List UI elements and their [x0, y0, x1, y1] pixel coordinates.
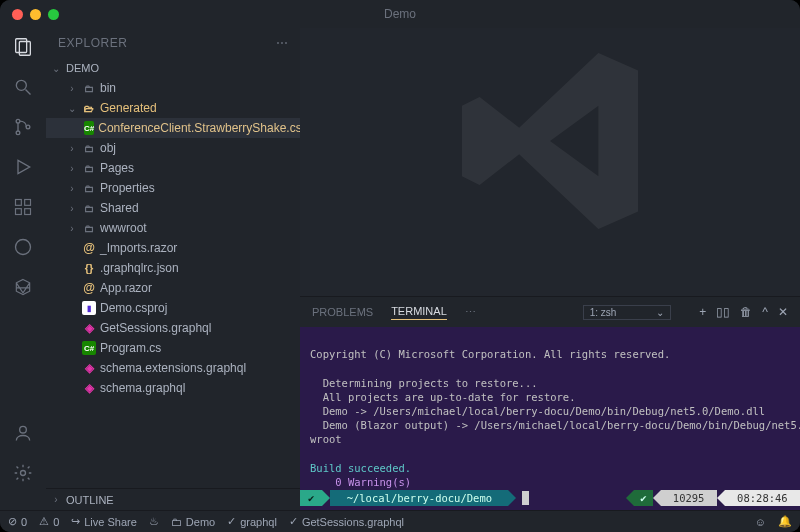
- status-errors[interactable]: ⊘ 0: [8, 515, 27, 528]
- terminal-selector[interactable]: 1: zsh⌄: [583, 305, 672, 320]
- search-icon[interactable]: [12, 76, 34, 98]
- prompt-right-num: 10295: [661, 490, 717, 506]
- sidebar: EXPLORER ⋯ ⌄ DEMO ›🗀bin⌄🗁GeneratedC#Conf…: [46, 28, 300, 510]
- editor-area: PROBLEMS TERMINAL ⋯ 1: zsh⌄ + ▯▯ 🗑 ^ ✕ C…: [300, 28, 800, 510]
- folder-wwwroot[interactable]: ›🗀wwwroot: [46, 218, 300, 238]
- file-conferenceclient-strawberryshake-cs[interactable]: C#ConferenceClient.StrawberryShake.cs: [46, 118, 300, 138]
- maximize-panel-icon[interactable]: ^: [762, 305, 768, 319]
- folder-shared[interactable]: ›🗀Shared: [46, 198, 300, 218]
- status-folder[interactable]: 🗀 Demo: [171, 516, 215, 528]
- svg-point-12: [16, 240, 31, 255]
- close-window-button[interactable]: [12, 9, 23, 20]
- settings-gear-icon[interactable]: [12, 462, 34, 484]
- trash-icon[interactable]: 🗑: [740, 305, 752, 319]
- folder-obj[interactable]: ›🗀obj: [46, 138, 300, 158]
- sidebar-header: EXPLORER ⋯: [46, 28, 300, 58]
- extensions-icon[interactable]: [12, 196, 34, 218]
- status-warnings[interactable]: ⚠ 0: [39, 515, 59, 528]
- svg-rect-8: [16, 200, 22, 206]
- item-label: ConferenceClient.StrawberryShake.cs: [98, 121, 300, 135]
- item-label: GetSessions.graphql: [100, 321, 211, 335]
- svg-rect-0: [16, 39, 27, 53]
- svg-rect-11: [25, 200, 31, 206]
- item-label: bin: [100, 81, 116, 95]
- workbench: EXPLORER ⋯ ⌄ DEMO ›🗀bin⌄🗁GeneratedC#Conf…: [0, 28, 800, 510]
- terminal-selector-label: 1: zsh: [590, 307, 617, 318]
- close-panel-icon[interactable]: ✕: [778, 305, 788, 319]
- file-program-cs[interactable]: C#Program.cs: [46, 338, 300, 358]
- svg-point-4: [16, 119, 20, 123]
- more-icon[interactable]: ⋯: [276, 36, 289, 50]
- file-demo-csproj[interactable]: ▮Demo.csproj: [46, 298, 300, 318]
- bell-icon[interactable]: 🔔: [778, 515, 792, 528]
- status-liveshare[interactable]: ↪ Live Share: [71, 515, 137, 528]
- folder-bin[interactable]: ›🗀bin: [46, 78, 300, 98]
- explorer-icon[interactable]: [12, 36, 34, 58]
- source-control-icon[interactable]: [12, 116, 34, 138]
- terminal-line: Demo -> /Users/michael/local/berry-docu/…: [310, 405, 765, 417]
- prompt-check-icon: ✔: [300, 490, 322, 506]
- svg-rect-10: [25, 209, 31, 215]
- outline-label: OUTLINE: [66, 494, 114, 506]
- terminal[interactable]: Copyright (C) Microsoft Corporation. All…: [300, 327, 800, 510]
- window-title: Demo: [384, 7, 416, 21]
- status-file[interactable]: ✓ GetSessions.graphql: [289, 515, 404, 528]
- feedback-icon[interactable]: ☺: [755, 516, 766, 528]
- file-app-razor[interactable]: @App.razor: [46, 278, 300, 298]
- folder-generated[interactable]: ⌄🗁Generated: [46, 98, 300, 118]
- debug-icon[interactable]: [12, 156, 34, 178]
- item-label: Shared: [100, 201, 139, 215]
- item-label: Generated: [100, 101, 157, 115]
- file-getsessions-graphql[interactable]: ◈GetSessions.graphql: [46, 318, 300, 338]
- prompt-path: ~/local/berry-docu/Demo: [330, 490, 508, 506]
- terminal-line: Copyright (C) Microsoft Corporation. All…: [310, 348, 670, 360]
- item-label: Properties: [100, 181, 155, 195]
- outline-section[interactable]: › OUTLINE: [46, 488, 300, 510]
- item-label: schema.extensions.graphql: [100, 361, 246, 375]
- prompt-status-icon: ✔: [634, 490, 652, 506]
- svg-point-14: [21, 471, 26, 476]
- folder-properties[interactable]: ›🗀Properties: [46, 178, 300, 198]
- item-label: Pages: [100, 161, 134, 175]
- item-label: .graphqlrc.json: [100, 261, 179, 275]
- activity-bar: [0, 28, 46, 510]
- item-label: schema.graphql: [100, 381, 185, 395]
- terminal-line: Build succeeded.: [310, 462, 411, 474]
- svg-marker-7: [18, 160, 30, 173]
- graphql-icon[interactable]: [12, 276, 34, 298]
- maximize-window-button[interactable]: [48, 9, 59, 20]
- flame-icon[interactable]: ♨: [149, 515, 159, 528]
- svg-point-13: [20, 426, 27, 433]
- status-bar: ⊘ 0 ⚠ 0 ↪ Live Share ♨ 🗀 Demo ✓ graphql …: [0, 510, 800, 532]
- status-language[interactable]: ✓ graphql: [227, 515, 277, 528]
- file--graphqlrc-json[interactable]: {}.graphqlrc.json: [46, 258, 300, 278]
- terminal-line: Demo (Blazor output) -> /Users/michael/l…: [310, 419, 800, 431]
- vscode-watermark-icon: [440, 31, 660, 251]
- terminal-prompt: ✔ ~/local/berry-docu/Demo ✔ 10295 08:28:…: [300, 490, 800, 506]
- terminal-cursor: [522, 491, 529, 505]
- project-section[interactable]: ⌄ DEMO: [46, 58, 300, 78]
- file-schema-graphql[interactable]: ◈schema.graphql: [46, 378, 300, 398]
- sidebar-heading: EXPLORER: [58, 36, 127, 50]
- new-terminal-icon[interactable]: +: [699, 305, 706, 319]
- folder-pages[interactable]: ›🗀Pages: [46, 158, 300, 178]
- file-tree: ›🗀bin⌄🗁GeneratedC#ConferenceClient.Straw…: [46, 78, 300, 488]
- item-label: _Imports.razor: [100, 241, 177, 255]
- svg-point-2: [16, 80, 26, 90]
- tab-problems[interactable]: PROBLEMS: [312, 306, 373, 318]
- svg-line-3: [26, 90, 31, 95]
- minimize-window-button[interactable]: [30, 9, 41, 20]
- tab-terminal[interactable]: TERMINAL: [391, 305, 447, 320]
- terminal-line: wroot: [310, 433, 342, 445]
- item-label: Demo.csproj: [100, 301, 167, 315]
- file-schema-extensions-graphql[interactable]: ◈schema.extensions.graphql: [46, 358, 300, 378]
- item-label: obj: [100, 141, 116, 155]
- chevron-right-icon: ›: [50, 494, 62, 505]
- item-label: App.razor: [100, 281, 152, 295]
- welcome-view: [300, 28, 800, 296]
- more-panels-icon[interactable]: ⋯: [465, 306, 476, 319]
- remote-icon[interactable]: [12, 236, 34, 258]
- account-icon[interactable]: [12, 422, 34, 444]
- split-terminal-icon[interactable]: ▯▯: [716, 305, 730, 319]
- file--imports-razor[interactable]: @_Imports.razor: [46, 238, 300, 258]
